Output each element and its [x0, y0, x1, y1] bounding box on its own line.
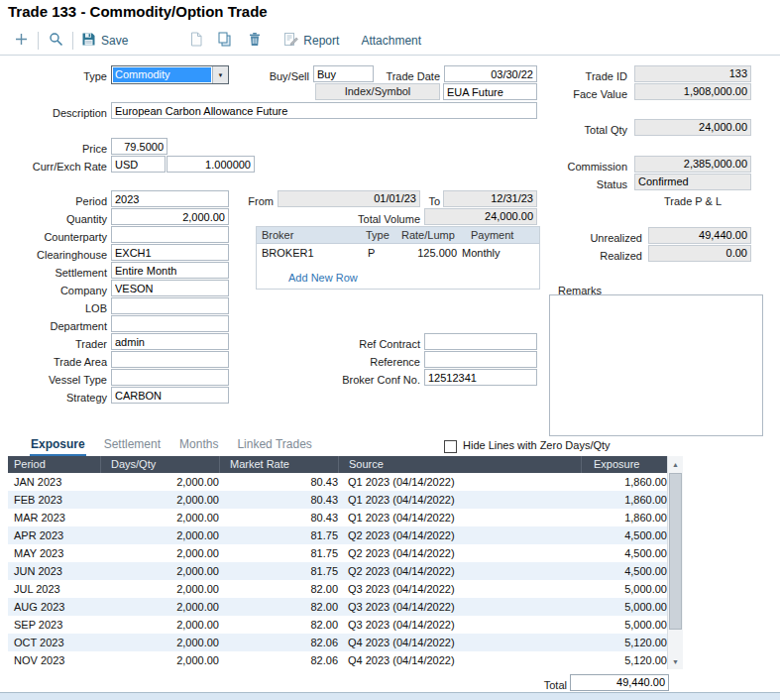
exposure-cell-days: 2,000.00 — [104, 526, 219, 544]
exposure-cell-period: AUG 2023 — [14, 598, 99, 616]
trade-date-field[interactable] — [444, 65, 537, 82]
source-column-header[interactable]: Source — [338, 456, 581, 473]
reference-field[interactable] — [424, 351, 537, 368]
counterparty-field[interactable] — [111, 226, 229, 243]
total-volume-field: 24,000.00 — [424, 208, 537, 225]
exposure-cell-source: Q2 2023 (04/14/2022) — [348, 544, 576, 562]
lob-label: LOB — [8, 300, 107, 317]
copy-button[interactable] — [213, 30, 235, 52]
scrollbar-thumb[interactable] — [669, 473, 682, 630]
tab-months[interactable]: Months — [178, 437, 219, 457]
table-scrollbar[interactable]: ▲ ▼ — [667, 456, 683, 669]
chevron-down-icon[interactable]: ▼ — [212, 66, 228, 83]
exposure-row[interactable]: SEP 20232,000.0082.00Q3 2023 (04/14/2022… — [8, 616, 683, 634]
department-label: Department — [8, 318, 107, 335]
exposure-cell-days: 2,000.00 — [104, 651, 219, 669]
broker-conf-no-field[interactable] — [424, 369, 537, 386]
vessel-type-field[interactable] — [111, 369, 229, 386]
unrealized-field: 49,440.00 — [648, 227, 751, 244]
copy-icon — [217, 32, 232, 50]
exch-rate-field[interactable] — [167, 156, 255, 173]
broker-table-header: Broker Type Rate/Lump Payment — [257, 227, 539, 244]
price-field[interactable] — [111, 138, 167, 155]
scroll-down-arrow-icon[interactable]: ▼ — [668, 653, 683, 669]
exposure-cell-days: 2,000.00 — [104, 634, 219, 651]
clearinghouse-field[interactable] — [111, 244, 229, 261]
exposure-cell-exposure: 5,000.00 — [563, 616, 667, 634]
description-field[interactable] — [111, 102, 537, 119]
settlement-label: Settlement — [8, 265, 107, 282]
currency-field[interactable] — [111, 156, 166, 173]
broker-cell-payment: Monthly — [462, 244, 501, 262]
add-new-row-link[interactable]: Add New Row — [288, 272, 358, 284]
trade-id-label: Trade ID — [555, 68, 627, 85]
exposure-cell-exposure: 1,860.00 — [563, 509, 667, 526]
quantity-field[interactable] — [111, 208, 229, 225]
broker-row[interactable]: BROKER1P125.000Monthly — [257, 244, 539, 262]
save-button[interactable]: Save — [79, 32, 130, 50]
ref-contract-field[interactable] — [424, 333, 537, 350]
exposure-column-header[interactable]: Exposure — [581, 456, 667, 473]
hide-zero-checkbox[interactable] — [444, 440, 457, 453]
days-qty-column-header[interactable]: Days/Qty — [100, 456, 219, 473]
new-trade-button[interactable] — [10, 30, 32, 52]
delete-button[interactable] — [244, 30, 266, 52]
buy-sell-field[interactable] — [313, 65, 374, 82]
report-button[interactable]: Report — [281, 32, 341, 50]
reference-label: Reference — [337, 354, 420, 371]
exposure-cell-source: Q4 2023 (04/14/2022) — [348, 634, 576, 651]
exposure-cell-period: SEP 2023 — [14, 616, 99, 634]
exposure-row[interactable]: JUL 20232,000.0082.00Q3 2023 (04/14/2022… — [8, 580, 683, 598]
type-label: Type — [8, 68, 107, 85]
exposure-cell-days: 2,000.00 — [104, 580, 219, 598]
type-selected-value: Commodity — [113, 67, 211, 82]
period-field[interactable] — [111, 190, 229, 207]
trade-area-field[interactable] — [111, 351, 229, 368]
tab-exposure[interactable]: Exposure — [30, 437, 86, 457]
remarks-textarea[interactable] — [549, 294, 763, 436]
trade-area-label: Trade Area — [8, 354, 107, 371]
index-symbol-label: Index/Symbol — [315, 83, 440, 100]
new-document-button[interactable] — [185, 30, 207, 52]
exposure-row[interactable]: MAR 20232,000.0080.43Q1 2023 (04/14/2022… — [8, 509, 683, 526]
lob-field[interactable] — [111, 297, 229, 314]
exposure-cell-source: Q2 2023 (04/14/2022) — [348, 526, 576, 544]
tab-linked-trades[interactable]: Linked Trades — [236, 437, 312, 457]
exposure-cell-exposure: 4,500.00 — [563, 562, 667, 580]
scroll-up-arrow-icon[interactable]: ▲ — [668, 456, 683, 472]
exposure-cell-period: JUN 2023 — [14, 562, 99, 580]
exposure-row[interactable]: FEB 20232,000.0080.43Q1 2023 (04/14/2022… — [8, 491, 683, 509]
exposure-row[interactable]: OCT 20232,000.0082.06Q4 2023 (04/14/2022… — [8, 634, 683, 651]
exposure-row[interactable]: JUN 20232,000.0081.75Q2 2023 (04/14/2022… — [8, 562, 683, 580]
period-column-header[interactable]: Period — [8, 456, 100, 473]
description-label: Description — [8, 105, 107, 122]
tab-settlement[interactable]: Settlement — [103, 437, 162, 457]
type-select[interactable]: Commodity ▼ — [111, 65, 229, 84]
strategy-field[interactable] — [111, 387, 229, 404]
trash-icon — [248, 32, 262, 50]
department-field[interactable] — [111, 315, 229, 332]
trader-field[interactable] — [111, 333, 229, 350]
attachment-label: Attachment — [361, 34, 421, 48]
search-button[interactable] — [45, 30, 66, 52]
exposure-row[interactable]: APR 20232,000.0081.75Q2 2023 (04/14/2022… — [8, 526, 683, 544]
broker-cell-broker: BROKER1 — [262, 244, 314, 262]
broker-table: Broker Type Rate/Lump Payment BROKER1P12… — [256, 226, 540, 290]
commission-field: 2,385,000.00 — [634, 156, 751, 173]
report-icon — [283, 32, 298, 50]
settlement-field[interactable] — [111, 262, 229, 279]
exposure-row[interactable]: NOV 20232,000.0082.06Q4 2023 (04/14/2022… — [8, 651, 683, 669]
attachment-button[interactable]: Attachment — [359, 34, 423, 48]
exposure-row[interactable]: MAY 20232,000.0081.75Q2 2023 (04/14/2022… — [8, 544, 683, 562]
period-label: Period — [8, 193, 107, 210]
exposure-row[interactable]: AUG 20232,000.0082.00Q3 2023 (04/14/2022… — [8, 598, 683, 616]
company-field[interactable] — [111, 280, 229, 296]
exposure-cell-exposure: 1,860.00 — [563, 491, 667, 509]
market-rate-column-header[interactable]: Market Rate — [219, 456, 338, 473]
trader-label: Trader — [8, 336, 107, 353]
exposure-row[interactable]: JAN 20232,000.0080.43Q1 2023 (04/14/2022… — [8, 473, 683, 491]
ref-contract-label: Ref Contract — [337, 336, 420, 353]
exposure-cell-rate: 81.75 — [225, 526, 338, 544]
index-symbol-field[interactable] — [443, 83, 537, 100]
exposure-cell-exposure: 5,000.00 — [563, 580, 667, 598]
